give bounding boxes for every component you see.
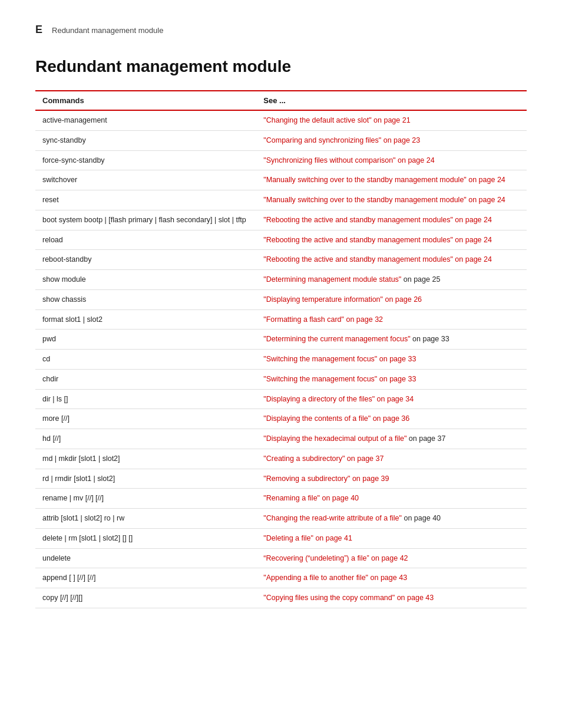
command-cell: md | mkdir [slot1 | slot2] [35,449,256,469]
table-row: force-sync-standby"Synchronizing files w… [35,150,527,170]
command-cell: attrib [slot1 | slot2] ro | rw [35,509,256,529]
command-cell: active-management [35,110,256,130]
reference-link[interactable]: "Renaming a file" on page 40 [263,494,359,502]
reference-link[interactable]: "Determining management module status" [263,275,401,284]
reference-link[interactable]: "Rebooting the active and standby manage… [263,236,492,244]
chapter-title: Redundant management module [52,26,163,35]
command-cell: rd | rmdir [slot1 | slot2] [35,469,256,489]
reference-link[interactable]: "Formatting a flash card" on page 32 [263,315,383,324]
command-cell: chdir [35,369,256,389]
table-row: sync-standby"Comparing and synchronizing… [35,130,527,150]
reference-cell: "Rebooting the active and standby manage… [256,250,527,270]
reference-link[interactable]: "Copying files using the copy command" o… [263,594,434,602]
table-row: show module"Determining management modul… [35,270,527,290]
table-row: boot system bootp | [flash primary | fla… [35,210,527,230]
table-row: rd | rmdir [slot1 | slot2] "Removing a s… [35,469,527,489]
table-row: reset"Manually switching over to the sta… [35,190,527,210]
table-row: reload"Rebooting the active and standby … [35,230,527,250]
table-row: undelete“Recovering (“undeleting”) a fil… [35,548,527,568]
reference-link[interactable]: "Determining the current management focu… [263,335,410,343]
reference-link[interactable]: "Deleting a file" on page 41 [263,534,352,542]
table-row: reboot-standby"Rebooting the active and … [35,250,527,270]
reference-link[interactable]: "Appending a file to another file" on pa… [263,574,407,582]
reference-cell: "Manually switching over to the standby … [256,170,527,190]
command-cell: cd [35,350,256,370]
reference-cell: "Appending a file to another file" on pa… [256,568,527,588]
reference-link[interactable]: "Manually switching over to the standby … [263,176,505,184]
reference-link[interactable]: "Comparing and synchronizing files" on p… [263,136,420,144]
reference-cell: "Displaying temperature information" on … [256,289,527,309]
reference-link[interactable]: "Changing the read-write attribute of a … [263,514,402,522]
table-row: switchover"Manually switching over to th… [35,170,527,190]
reference-cell: "Synchronizing files without comparison"… [256,150,527,170]
command-cell: rename | mv [//] [//] [35,489,256,509]
col-commands: Commands [35,91,256,110]
table-row: append [ ] [//] [//]"Appending a file to… [35,568,527,588]
table-header-row: Commands See ... [35,91,527,110]
command-cell: switchover [35,170,256,190]
reference-cell: "Displaying the hexadecimal output of a … [256,429,527,449]
reference-cell: "Formatting a flash card" on page 32 [256,309,527,330]
table-row: delete | rm [slot1 | slot2] [] []"Deleti… [35,528,527,548]
reference-cell: "Changing the read-write attribute of a … [256,509,527,529]
command-cell: copy [//] [//][] [35,588,256,608]
command-cell: sync-standby [35,130,256,150]
reference-link[interactable]: "Switching the management focus" on page… [263,375,416,383]
reference-cell: "Copying files using the copy command" o… [256,588,527,608]
reference-cell: “Recovering (“undeleting”) a file” on pa… [256,548,527,568]
reference-link[interactable]: "Removing a subdirectory" on page 39 [263,475,389,483]
reference-link[interactable]: “Recovering (“undeleting”) a file” on pa… [263,554,408,562]
table-row: show chassis"Displaying temperature info… [35,289,527,309]
page-title: Redundant management module [35,57,527,76]
reference-link[interactable]: "Rebooting the active and standby manage… [263,216,492,224]
table-row: hd [//]"Displaying the hexadecimal outpu… [35,429,527,449]
col-see: See ... [256,91,527,110]
reference-cell: "Changing the default active slot" on pa… [256,110,527,130]
command-cell: hd [//] [35,429,256,449]
table-row: active-management "Changing the default … [35,110,527,130]
reference-cell: "Displaying the contents of a file" on p… [256,409,527,429]
reference-cell: "Rebooting the active and standby manage… [256,210,527,230]
command-cell: reload [35,230,256,250]
page-header: E Redundant management module [35,24,527,36]
reference-text: on page 37 [406,434,445,443]
command-cell: format slot1 | slot2 [35,309,256,330]
reference-text: on page 25 [401,275,440,284]
table-row: md | mkdir [slot1 | slot2] "Creating a s… [35,449,527,469]
command-cell: reset [35,190,256,210]
reference-link[interactable]: "Switching the management focus" on page… [263,355,416,363]
command-cell: boot system bootp | [flash primary | fla… [35,210,256,230]
reference-link[interactable]: "Manually switching over to the standby … [263,196,505,204]
commands-table: Commands See ... active-management "Chan… [35,90,527,608]
table-row: rename | mv [//] [//]"Renaming a file" o… [35,489,527,509]
reference-cell: "Manually switching over to the standby … [256,190,527,210]
reference-link[interactable]: "Displaying the contents of a file" on p… [263,414,409,423]
reference-cell: "Determining the current management focu… [256,330,527,350]
reference-link[interactable]: "Synchronizing files without comparison"… [263,156,434,164]
reference-link[interactable]: "Rebooting the active and standby manage… [263,255,492,263]
command-cell: more [//] [35,409,256,429]
command-cell: show module [35,270,256,290]
reference-link[interactable]: "Displaying a directory of the files" on… [263,395,414,403]
command-cell: undelete [35,548,256,568]
reference-link[interactable]: "Displaying temperature information" on … [263,295,422,304]
command-cell: force-sync-standby [35,150,256,170]
reference-text: on page 40 [402,514,441,522]
table-row: chdir "Switching the management focus" o… [35,369,527,389]
reference-cell: "Renaming a file" on page 40 [256,489,527,509]
reference-cell: "Deleting a file" on page 41 [256,528,527,548]
command-cell: reboot-standby [35,250,256,270]
reference-cell: "Removing a subdirectory" on page 39 [256,469,527,489]
reference-link[interactable]: "Creating a subdirectory" on page 37 [263,454,384,463]
command-cell: dir | ls [] [35,389,256,409]
reference-cell: "Comparing and synchronizing files" on p… [256,130,527,150]
reference-link[interactable]: "Changing the default active slot" on pa… [263,116,410,124]
reference-link[interactable]: "Displaying the hexadecimal output of a … [263,434,406,443]
reference-cell: "Determining management module status" o… [256,270,527,290]
command-cell: pwd [35,330,256,350]
table-row: cd "Switching the management focus" on p… [35,350,527,370]
reference-cell: "Rebooting the active and standby manage… [256,230,527,250]
chapter-letter: E [35,24,42,36]
command-cell: append [ ] [//] [//] [35,568,256,588]
reference-cell: "Displaying a directory of the files" on… [256,389,527,409]
